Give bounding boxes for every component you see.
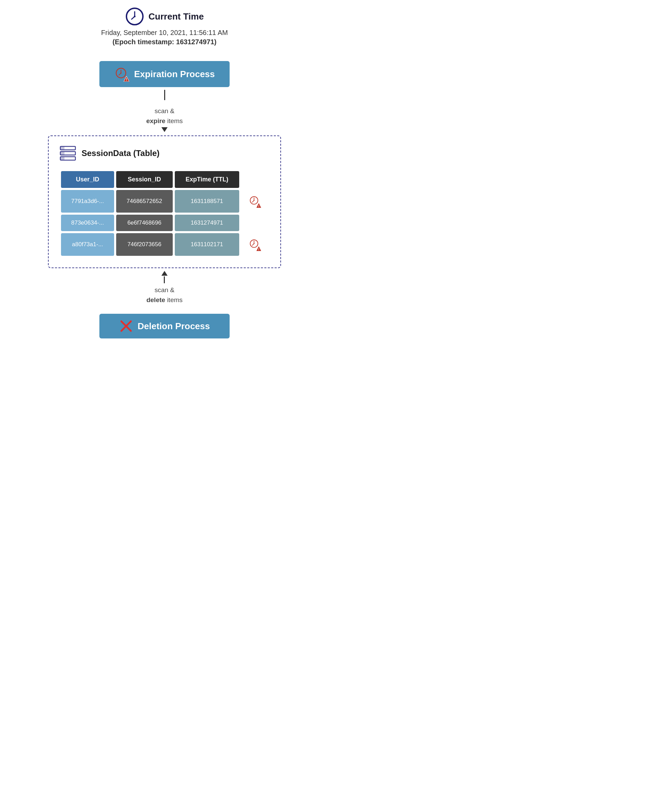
- delete-line: [164, 276, 165, 283]
- svg-rect-11: [60, 146, 64, 150]
- svg-text:!: !: [258, 204, 259, 208]
- expire-warning-icon-3: !: [248, 238, 261, 251]
- scan-delete-rest: items: [165, 296, 183, 303]
- cell-userid-1: 7791a3d6-...: [61, 190, 114, 213]
- epoch-text: (Epoch timestamp: 1631274971): [113, 38, 216, 46]
- scan-expire-line1: scan &: [155, 107, 174, 115]
- cell-sessionid-3: 746f2073656: [116, 233, 173, 256]
- expiration-icon: !: [114, 66, 129, 82]
- cell-sessionid-2: 6e6f7468696: [116, 215, 173, 231]
- epoch-close: ): [214, 38, 216, 46]
- expiration-process-box: ! Expiration Process: [99, 61, 230, 87]
- cell-userid-2: 873e0634-...: [61, 215, 114, 231]
- main-layout: Current Time Friday, September 10, 2021,…: [14, 7, 315, 338]
- cell-exptime-3: 1631102171: [175, 233, 239, 256]
- centered-content: ! Expiration Process scan & expire items: [48, 61, 281, 338]
- current-time-label: Current Time: [149, 11, 204, 22]
- delete-x-icon: [119, 319, 133, 333]
- table-row: a80f73a1-... 746f2073656 1631102171: [61, 233, 268, 256]
- table-title: SessionData (Table): [81, 148, 160, 158]
- cell-exptime-1: 1631188571: [175, 190, 239, 213]
- epoch-prefix: (Epoch timestamp:: [113, 38, 176, 46]
- session-table: User_ID Session_ID ExpTime (TTL) 7791a3d…: [59, 169, 270, 258]
- deletion-label: Deletion Process: [138, 321, 210, 331]
- cell-icon-1: !: [241, 190, 268, 213]
- table-row: 873e0634-... 6e6f7468696 1631274971: [61, 215, 268, 231]
- db-icon: [59, 144, 77, 162]
- deletion-process-box: Deletion Process: [99, 314, 230, 338]
- delete-arrowhead: [161, 271, 168, 276]
- expire-warning-icon-1: !: [248, 195, 261, 208]
- delete-arrow-section: scan & delete items: [146, 271, 183, 306]
- datetime-text: Friday, September 10, 2021, 11:56:11 AM: [101, 29, 228, 37]
- scan-expire-rest: items: [166, 117, 183, 124]
- scan-delete-line1: scan &: [155, 286, 174, 294]
- expire-line-top: [164, 90, 165, 100]
- expire-connector: [164, 90, 165, 100]
- svg-point-25: [254, 243, 255, 244]
- svg-point-7: [120, 72, 122, 74]
- col-userid: User_ID: [61, 171, 114, 188]
- table-row: 7791a3d6-... 74686572652 1631188571: [61, 190, 268, 213]
- expired-icon-1: !: [248, 195, 261, 208]
- table-header-row: User_ID Session_ID ExpTime (TTL): [61, 171, 268, 188]
- scan-expire-bold: expire: [146, 117, 166, 124]
- table-container: SessionData (Table) User_ID Session_ID E…: [48, 135, 281, 268]
- expiration-label: Expiration Process: [134, 69, 215, 80]
- svg-point-19: [254, 200, 255, 201]
- cell-icon-2: [241, 215, 268, 231]
- current-time-header: Current Time: [125, 7, 204, 26]
- cell-sessionid-1: 74686572652: [116, 190, 173, 213]
- scan-delete-text: scan & delete items: [146, 285, 183, 305]
- table-header: SessionData (Table): [59, 144, 270, 162]
- svg-text:!: !: [126, 77, 127, 82]
- svg-point-3: [134, 16, 136, 17]
- svg-rect-13: [60, 152, 64, 155]
- scan-expire-text: scan & expire items: [146, 106, 183, 126]
- current-time-section: Current Time Friday, September 10, 2021,…: [14, 7, 315, 54]
- expire-arrow-section: scan & expire items: [146, 106, 183, 132]
- clock-icon: [125, 7, 144, 26]
- svg-rect-15: [60, 157, 64, 160]
- cell-icon-3: !: [241, 233, 268, 256]
- col-sessionid: Session_ID: [116, 171, 173, 188]
- cell-userid-3: a80f73a1-...: [61, 233, 114, 256]
- scan-delete-bold: delete: [146, 296, 165, 303]
- expire-arrowhead: [161, 127, 168, 132]
- epoch-value: 1631274971: [176, 38, 214, 46]
- svg-text:!: !: [258, 247, 259, 251]
- col-exptime: ExpTime (TTL): [175, 171, 239, 188]
- cell-exptime-2: 1631274971: [175, 215, 239, 231]
- expired-icon-3: !: [248, 238, 261, 251]
- col-icon: [241, 171, 268, 188]
